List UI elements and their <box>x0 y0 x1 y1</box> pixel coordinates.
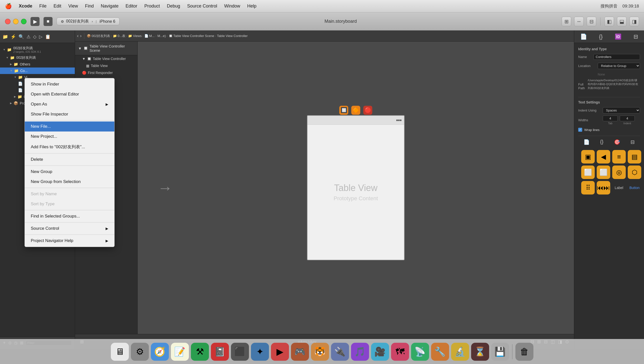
breadcrumb-item-1[interactable]: 📦002好友列表› <box>87 34 112 38</box>
breadcrumb-item-6[interactable]: 🔲Table View Controller Scene› <box>169 34 216 38</box>
menu-help[interactable]: Help <box>247 4 256 9</box>
palette-item-6[interactable]: ⬜ <box>597 166 610 179</box>
nav-debug-icon[interactable]: ◇ <box>33 34 37 40</box>
dock-settings[interactable]: ⚙ <box>131 343 149 361</box>
menu-file[interactable]: File <box>39 4 47 9</box>
palette-item-10[interactable]: ⏮⏭ <box>597 181 610 194</box>
stop-button[interactable]: ■ <box>44 17 53 26</box>
dock-icon-2[interactable]: 🎮 <box>291 343 309 361</box>
breadcrumb-item-4[interactable]: 📄M...› <box>144 34 156 38</box>
palette-item-5[interactable]: ⬜ <box>581 166 595 179</box>
nav-git-icon[interactable]: ⚡ <box>11 34 16 40</box>
dock-icon-10[interactable]: 💾 <box>491 343 509 361</box>
ctx-open-external[interactable]: Open with External Editor <box>25 89 114 99</box>
dock-icon-6[interactable]: 🎥 <box>371 343 389 361</box>
toggle-panel-right[interactable]: ◨ <box>629 17 639 26</box>
dock-terminal[interactable]: ⬛ <box>231 343 249 361</box>
nav-breakpoint-icon[interactable]: ▷ <box>39 34 43 40</box>
palette-item-4[interactable]: ▤ <box>628 150 641 164</box>
nav-folder-icon[interactable]: 📁 <box>3 34 8 40</box>
breadcrumb-item-2[interactable]: 📁0...表› <box>113 34 127 38</box>
scene-expand-icon[interactable]: ▼ <box>78 46 82 50</box>
ctx-new-group-selection[interactable]: New Group from Selection <box>25 177 114 187</box>
inspector-file-tab[interactable]: 📄 <box>580 34 587 40</box>
nav-controllers[interactable]: ▼ 📁 Co... <box>0 68 75 74</box>
ctx-sort-type[interactable]: Sort by Type <box>25 199 114 209</box>
scene-table-view-controller[interactable]: ▼ 🔲 Table View Controller <box>75 55 137 62</box>
dock-safari[interactable]: 🧭 <box>151 343 169 361</box>
scene-table-view[interactable]: ▦ Table View <box>75 62 137 69</box>
dock-xcode[interactable]: ⚒ <box>191 343 209 361</box>
toggle-panel-bottom[interactable]: ⬓ <box>617 17 626 26</box>
palette-tab-4[interactable]: ⊟ <box>630 139 635 145</box>
ctx-add-files[interactable]: Add Files to "002好友列表"... <box>25 142 114 152</box>
inspector-quick-tab[interactable]: {} <box>599 34 603 40</box>
palette-item-7[interactable]: ◎ <box>612 166 626 179</box>
toggle-panel-left[interactable]: ◧ <box>604 17 614 26</box>
location-select[interactable]: Relative to Group <box>598 63 640 69</box>
dock-icon-3[interactable]: 🐯 <box>311 343 329 361</box>
toggle-assistant[interactable]: ↔ <box>574 17 584 26</box>
palette-item-9[interactable]: ⠿ <box>581 181 595 194</box>
dock-onenote[interactable]: 📓 <box>211 343 229 361</box>
dock-icon-1[interactable]: ▶ <box>271 343 289 361</box>
menu-window[interactable]: Window <box>224 4 240 9</box>
palette-item-button[interactable]: Button <box>628 181 641 194</box>
minimize-button[interactable] <box>13 19 19 24</box>
inspector-identity-tab[interactable]: 🆔 <box>615 34 621 40</box>
menu-source-control[interactable]: Source Control <box>187 4 217 9</box>
dock-icon-5[interactable]: 🎵 <box>351 343 369 361</box>
dock-icon-8[interactable]: 🔧 <box>431 343 449 361</box>
menu-product[interactable]: Product <box>144 4 160 9</box>
ctx-show-finder[interactable]: Show in Finder <box>25 79 114 89</box>
menu-view[interactable]: View <box>68 4 78 9</box>
ctx-find-groups[interactable]: Find in Selected Groups... <box>25 211 114 221</box>
menu-xcode[interactable]: Xcode <box>19 4 32 9</box>
ctx-sort-name[interactable]: Sort by Name <box>25 189 114 199</box>
ctx-source-control[interactable]: Source Control ▶ <box>25 224 114 234</box>
breadcrumb-item-3[interactable]: 📁Views› <box>128 34 143 38</box>
ctx-new-file[interactable]: New File... <box>25 122 114 132</box>
close-button[interactable] <box>5 19 11 24</box>
nav-002-group[interactable]: ▼ 📁 002好友列表 <box>0 54 75 61</box>
storyboard-canvas[interactable]: → 🔲 🔶 🔴 ■■■ Table View Prototype Content <box>138 42 574 334</box>
nav-report-icon[interactable]: 📋 <box>45 34 51 40</box>
maximize-button[interactable] <box>21 19 27 24</box>
menu-editor[interactable]: Editor <box>126 4 137 9</box>
scene-first-responder[interactable]: 🔴 First Responder <box>75 69 137 76</box>
nav-project-root[interactable]: ▼ 📁 002好友列表 2 targets, iOS SDK 8.1 <box>0 45 75 54</box>
ctx-new-group[interactable]: New Group <box>25 167 114 177</box>
dock-filezilla[interactable]: 📡 <box>411 343 429 361</box>
toggle-navigator[interactable]: ⊞ <box>562 17 571 26</box>
ctx-delete[interactable]: Delete <box>25 154 114 164</box>
inspector-attr-tab[interactable]: ⊟ <box>633 34 638 40</box>
indent-width-input[interactable] <box>620 116 635 121</box>
menu-debug[interactable]: Debug <box>167 4 180 9</box>
breadcrumb-item-5[interactable]: M...e)› <box>157 34 168 38</box>
ctx-open-as[interactable]: Open As ▶ <box>25 99 114 109</box>
palette-item-1[interactable]: ▣ <box>581 150 595 164</box>
dock-xmind[interactable]: ✦ <box>251 343 269 361</box>
palette-tab-2[interactable]: {} <box>600 139 603 145</box>
menu-edit[interactable]: Edit <box>54 4 61 9</box>
scheme-selector[interactable]: ⚙ 002好友列表 › | iPhone 6 <box>57 18 120 25</box>
palette-tab-3[interactable]: 🎯 <box>614 139 620 145</box>
navigate-back-button[interactable]: ‹ <box>77 33 79 38</box>
palette-item-label[interactable]: Label <box>612 181 626 194</box>
nav-others[interactable]: ▶ 📁 Others <box>0 61 75 68</box>
palette-tab-1[interactable]: 📄 <box>583 139 590 145</box>
palette-item-3[interactable]: ≡ <box>612 150 626 164</box>
apple-menu[interactable]: 🍎 <box>5 3 12 10</box>
breadcrumb-item-7[interactable]: Table View Controller <box>217 34 248 38</box>
menu-navigate[interactable]: Navigate <box>101 4 119 9</box>
toggle-inspectors[interactable]: ⊟ <box>587 17 596 26</box>
nav-warning-icon[interactable]: ⚠ <box>27 34 31 40</box>
run-button[interactable]: ▶ <box>31 17 40 26</box>
palette-item-8[interactable]: ⬡ <box>628 166 641 179</box>
dock-trash[interactable]: 🗑 <box>515 343 533 361</box>
ctx-new-project[interactable]: New Project... <box>25 132 114 142</box>
palette-item-2[interactable]: ◀ <box>597 150 610 164</box>
ctx-show-inspector[interactable]: Show File Inspector <box>25 109 114 119</box>
name-input[interactable] <box>593 54 640 60</box>
dock-notes[interactable]: 📝 <box>171 343 189 361</box>
